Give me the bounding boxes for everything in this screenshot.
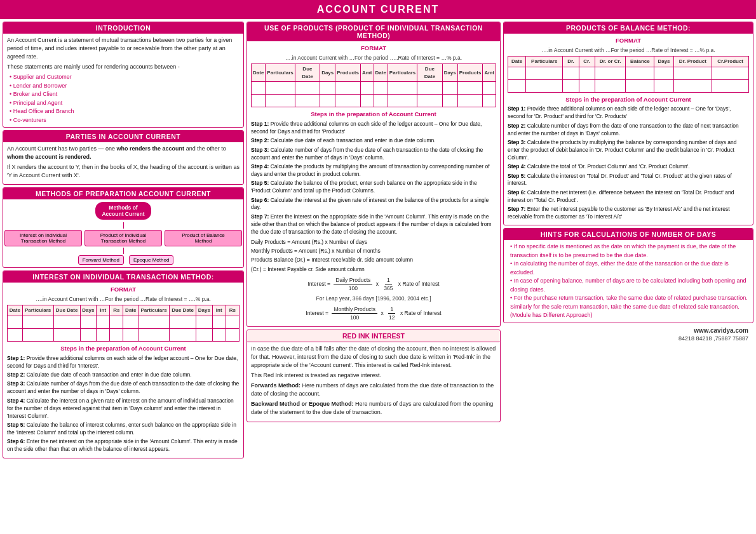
method-box-2: Product of Individual Transaction Method <box>84 230 162 246</box>
td <box>80 316 97 329</box>
x4: x Rate of Interest <box>400 310 442 316</box>
th-duedate-l: Due Date <box>295 64 320 82</box>
sub-box-2: Epoque Method <box>129 255 174 265</box>
td <box>97 316 110 329</box>
td <box>53 329 80 342</box>
th-products-l: Products <box>335 64 361 82</box>
td <box>360 95 374 107</box>
td <box>417 82 442 95</box>
td <box>170 316 196 329</box>
th-drcr-b: Dr. or Cr. <box>595 57 626 67</box>
th-duedate2: Due Date <box>170 305 196 316</box>
td <box>579 79 595 92</box>
td <box>673 79 712 92</box>
products-format-line: ….in Account Current with …For the perio… <box>251 54 496 62</box>
page-title: ACCOUNT CURRENT <box>0 0 756 19</box>
x2: x Rate of Interest <box>398 281 440 287</box>
prod-step-2: Step 2: Calculate due date of each trans… <box>251 137 496 145</box>
methods-diagram: Methods ofAccount Current Interest on In… <box>3 199 243 267</box>
th-particulars-r: Particulars <box>388 64 417 82</box>
td <box>196 316 213 329</box>
th-balance-b: Balance <box>626 57 654 67</box>
fraction-4: 1 12 <box>387 305 396 322</box>
red-ink-para1: In case the due date of a bill falls aft… <box>251 345 496 370</box>
td <box>626 79 654 92</box>
formula-line-3: Products Balance (Dr.) = Interest receiv… <box>251 257 496 264</box>
td <box>266 82 295 95</box>
interest-format-label: FORMAT <box>7 285 240 294</box>
td <box>97 329 110 342</box>
hints-section: HINTS FOR CALCULATIONS OF NUMBER OF DAYS… <box>503 228 753 323</box>
middle-column: USE OF PRODUCTS (PRODUCT OF INDIVIDUAL T… <box>246 22 501 458</box>
methods-row: Interest on Individual Transaction Metho… <box>4 230 242 246</box>
balance-format-label: FORMAT <box>508 36 749 45</box>
frac-den-4: 12 <box>387 314 396 321</box>
td <box>457 95 483 107</box>
th-particulars-b: Particulars <box>526 57 563 67</box>
formula-line-4: (Cr.) = Interest Payable cr. Side amount… <box>251 266 496 274</box>
td <box>626 67 654 79</box>
td <box>508 79 526 92</box>
th-particulars-l: Particulars <box>266 64 295 82</box>
th-particulars1: Particulars <box>22 305 53 316</box>
products-balance-heading: PRODUCTS OF BALANCE METHOD: <box>504 22 753 34</box>
bal-step-3: Step 3: Calculate the products by multip… <box>508 139 749 162</box>
interest-format-line: ….in Account Current with …For the perio… <box>7 295 240 303</box>
bal-step-2: Step 2: Calculate number of days from th… <box>508 123 749 138</box>
td <box>673 67 712 79</box>
td <box>22 329 53 342</box>
use-of-products-heading: USE OF PRODUCTS (PRODUCT OF INDIVIDUAL T… <box>247 22 500 41</box>
th-duedate-r: Due Date <box>417 64 442 82</box>
bullet-3: Broker and Client <box>10 90 240 99</box>
balance-steps-title: Steps in the preparation of Account Curr… <box>508 95 749 104</box>
interest-label-1: Interest = <box>307 281 330 287</box>
formula-lines: Daily Products = Amount (Rs.) x Number o… <box>251 239 496 274</box>
td <box>22 316 53 329</box>
red-ink-heading: RED INK INTEREST <box>247 330 500 342</box>
leap-year-note: For Leap year, 366 days [1996, 2000, 200… <box>251 295 496 302</box>
frac-num-4: 1 <box>388 305 395 314</box>
td <box>335 82 361 95</box>
interest-formula-2: Interest = Monthly Products 100 x 1 12 x… <box>251 305 496 322</box>
th-days-l: Days <box>320 64 335 82</box>
th-date2: Date <box>123 305 138 316</box>
th-dr-b: Dr. <box>563 57 579 67</box>
frac-den-1: 100 <box>347 284 360 292</box>
th-date-l: Date <box>252 64 266 82</box>
td <box>457 82 483 95</box>
footer: www.cavidya.com 84218 84218 ,75887 75887 <box>503 326 753 343</box>
interest-formula-1: Interest = Daily Products 100 x 1 365 x … <box>251 276 496 293</box>
td <box>212 329 226 342</box>
th-date-b: Date <box>508 57 526 67</box>
interest-label-2: Interest = <box>306 310 328 316</box>
th-days2: Days <box>196 305 213 316</box>
parties-para2: If X renders the account to Y, then in t… <box>7 163 240 180</box>
td <box>442 82 457 95</box>
prod-step-6: Step 6: Calculate the interest at the gi… <box>251 197 496 212</box>
th-int2: Int <box>212 305 226 316</box>
td <box>110 329 123 342</box>
use-of-products-section: USE OF PRODUCTS (PRODUCT OF INDIVIDUAL T… <box>246 22 501 327</box>
products-format-label: FORMAT <box>251 44 496 53</box>
td <box>8 329 23 342</box>
bal-step-6: Step 6: Calculate the net interest (i.e.… <box>508 189 749 204</box>
connector-line <box>123 222 124 229</box>
parties-heading: PARTIES IN ACCOUNT CURRENT <box>3 131 243 142</box>
frac-num-3: Monthly Products <box>332 305 377 314</box>
fraction-3: Monthly Products 100 <box>332 305 377 322</box>
th-products-r: Products <box>457 64 483 82</box>
method-box-1: Interest on Individual Transaction Metho… <box>4 230 82 246</box>
methods-section: METHODS OF PREPARATION ACCOUNT CURRENT M… <box>3 187 244 268</box>
right-column: PRODUCTS OF BALANCE METHOD: FORMAT ….in … <box>503 22 753 458</box>
td <box>212 316 226 329</box>
th-crprod-b: Cr.Product <box>712 57 749 67</box>
td <box>53 316 80 329</box>
interest-steps-title: Steps in the preparation of Account Curr… <box>7 344 240 353</box>
td <box>563 79 579 92</box>
th-amt-l: Amt <box>360 64 374 82</box>
td <box>483 95 496 107</box>
interest-individual-heading: INTEREST ON INDIVIDUAL TRANSACTION METHO… <box>3 271 243 283</box>
td <box>123 316 138 329</box>
step-2: Step 2: Calculate due date of each trans… <box>7 371 240 379</box>
frac-num-2: 1 <box>385 276 392 284</box>
